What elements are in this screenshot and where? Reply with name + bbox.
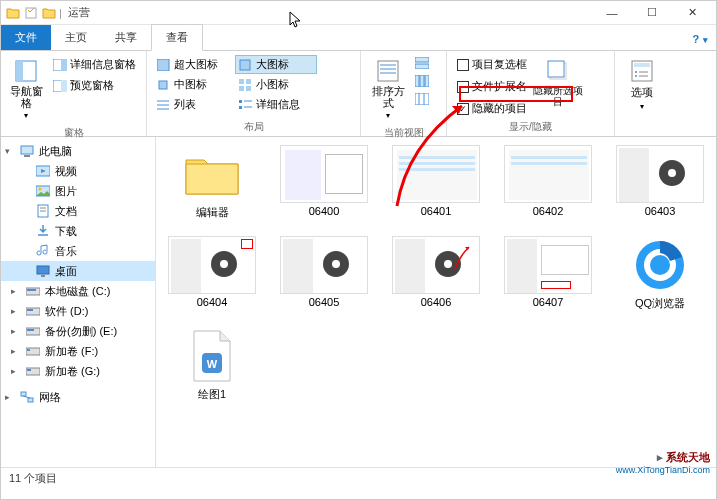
- properties-icon[interactable]: [23, 5, 39, 21]
- nav-network[interactable]: ▸网络: [1, 387, 155, 407]
- network-icon: [19, 389, 35, 405]
- add-columns-icon: [415, 75, 429, 87]
- svg-rect-57: [27, 329, 34, 331]
- nav-documents[interactable]: 文档: [1, 201, 155, 221]
- nav-disk-g[interactable]: ▸新加卷 (G:): [1, 361, 155, 381]
- file-item[interactable]: 06400: [274, 143, 374, 222]
- file-item[interactable]: 06403: [610, 143, 710, 222]
- preview-pane-button[interactable]: 预览窗格: [49, 76, 140, 95]
- expand-icon[interactable]: ▸: [11, 286, 21, 296]
- image-thumbnail: [280, 145, 368, 203]
- nav-this-pc[interactable]: ▾ 此电脑: [1, 141, 155, 161]
- navigation-pane-button[interactable]: 导航窗格 ▾: [7, 55, 45, 124]
- window-title: 运营: [68, 5, 90, 20]
- hide-selected-button[interactable]: 隐藏所选项目: [531, 55, 585, 111]
- sort-icon: [376, 59, 400, 83]
- image-thumbnail: [504, 145, 592, 203]
- content-area: ▾ 此电脑 视频 图片 文档 下载 音乐 桌面 ▸本地磁盘 (C:) ▸软件 (…: [1, 137, 716, 467]
- file-item[interactable]: 06404: [162, 234, 262, 313]
- file-item[interactable]: 06402: [498, 143, 598, 222]
- navigation-pane-icon: [14, 59, 38, 83]
- nav-videos[interactable]: 视频: [1, 161, 155, 181]
- group-by-button[interactable]: [411, 55, 433, 71]
- size-columns-button[interactable]: [411, 91, 433, 107]
- nav-disk-e[interactable]: ▸备份(勿删) (E:): [1, 321, 155, 341]
- annotation-highlight: [459, 86, 573, 102]
- svg-rect-27: [415, 75, 419, 87]
- list-view-button[interactable]: 列表: [153, 95, 235, 114]
- nav-disk-f[interactable]: ▸新加卷 (F:): [1, 341, 155, 361]
- svg-point-37: [635, 71, 637, 73]
- expand-icon[interactable]: ▸: [11, 326, 21, 336]
- details-pane-button[interactable]: 详细信息窗格: [49, 55, 140, 74]
- minimize-button[interactable]: —: [592, 1, 632, 25]
- svg-rect-53: [27, 289, 36, 291]
- svg-rect-9: [159, 81, 167, 89]
- folder-small-icon[interactable]: [41, 5, 57, 21]
- file-item-app[interactable]: QQ浏览器: [610, 234, 710, 313]
- desktop-icon: [35, 263, 51, 279]
- nav-disk-d[interactable]: ▸软件 (D:): [1, 301, 155, 321]
- file-item[interactable]: 06401: [386, 143, 486, 222]
- expand-icon[interactable]: ▾: [5, 146, 15, 156]
- extra-large-icons-icon: [157, 59, 171, 71]
- file-list[interactable]: 编辑器 06400 06401 06402: [156, 137, 716, 467]
- file-item[interactable]: 06405: [274, 234, 374, 313]
- expand-icon[interactable]: ▸: [11, 306, 21, 316]
- tab-file[interactable]: 文件: [1, 25, 51, 50]
- folder-thumbnail: [168, 145, 256, 203]
- large-icons-button[interactable]: 大图标: [235, 55, 317, 74]
- ribbon-group-current-view: 排序方式 ▾ 当前视图: [361, 51, 447, 136]
- list-icon: [157, 99, 171, 111]
- ribbon-group-panes: 导航窗格 ▾ 详细信息窗格 预览窗格 窗格: [1, 51, 147, 136]
- svg-rect-62: [21, 392, 26, 396]
- checkbox-icon: [457, 59, 469, 71]
- svg-rect-21: [378, 61, 398, 81]
- qat-divider: |: [59, 7, 62, 19]
- small-icons-button[interactable]: 小图标: [235, 75, 317, 94]
- file-name: 06404: [197, 296, 228, 308]
- file-item-doc[interactable]: W 绘图1: [162, 325, 262, 404]
- sort-button[interactable]: 排序方式 ▾: [367, 55, 409, 124]
- tab-home[interactable]: 主页: [51, 25, 101, 50]
- svg-rect-29: [425, 75, 429, 87]
- item-checkboxes-toggle[interactable]: 项目复选框: [453, 55, 531, 74]
- file-item[interactable]: 06406: [386, 234, 486, 313]
- svg-rect-10: [239, 79, 244, 84]
- help-button[interactable]: ? ▾: [692, 30, 708, 46]
- svg-rect-8: [240, 60, 250, 70]
- nav-pictures[interactable]: 图片: [1, 181, 155, 201]
- expand-icon[interactable]: ▸: [5, 392, 15, 402]
- drive-icon: [25, 303, 41, 319]
- file-item-folder[interactable]: 编辑器: [162, 143, 262, 222]
- expand-icon[interactable]: ▸: [11, 346, 21, 356]
- svg-rect-25: [415, 57, 429, 62]
- file-name: 06405: [309, 296, 340, 308]
- tab-view[interactable]: 查看: [151, 24, 203, 51]
- tab-share[interactable]: 共享: [101, 25, 151, 50]
- extra-large-icons-button[interactable]: 超大图标: [153, 55, 235, 74]
- nav-desktop[interactable]: 桌面: [1, 261, 155, 281]
- close-button[interactable]: ✕: [672, 1, 712, 25]
- app-thumbnail: [616, 236, 704, 294]
- medium-icons-button[interactable]: 中图标: [153, 75, 235, 94]
- item-count: 11 个项目: [9, 471, 57, 486]
- expand-icon[interactable]: ▸: [11, 366, 21, 376]
- svg-rect-13: [246, 86, 251, 91]
- ribbon-group-layout: 超大图标 大图标 中图标 小图标: [147, 51, 361, 136]
- image-thumbnail: [392, 145, 480, 203]
- svg-rect-7: [157, 59, 169, 71]
- watermark: ▸ 系统天地 www.XiTongTianDi.com: [616, 450, 710, 475]
- file-item[interactable]: 06407: [498, 234, 598, 313]
- nav-music[interactable]: 音乐: [1, 241, 155, 261]
- add-columns-button[interactable]: [411, 73, 433, 89]
- navigation-tree[interactable]: ▾ 此电脑 视频 图片 文档 下载 音乐 桌面 ▸本地磁盘 (C:) ▸软件 (…: [1, 137, 156, 467]
- options-button[interactable]: 选项 ▾: [621, 55, 663, 115]
- file-name: 06401: [421, 205, 452, 217]
- file-name: 06407: [533, 296, 564, 308]
- svg-rect-34: [548, 61, 564, 77]
- nav-disk-c[interactable]: ▸本地磁盘 (C:): [1, 281, 155, 301]
- details-view-button[interactable]: 详细信息: [235, 95, 317, 114]
- nav-downloads[interactable]: 下载: [1, 221, 155, 241]
- maximize-button[interactable]: ☐: [632, 1, 672, 25]
